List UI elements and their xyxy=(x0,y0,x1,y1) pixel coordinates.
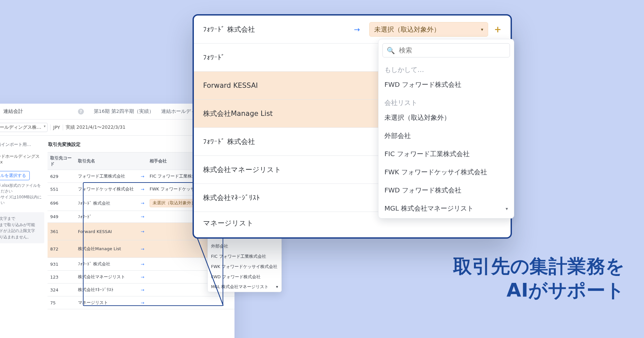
big-dropdown[interactable]: 🔍 もしかして… FWD フォワード株式会社 会社リスト 未選択（取込対象外）外… xyxy=(378,39,514,219)
partner-select[interactable]: 未選択（取込対象外）▾ xyxy=(369,22,488,37)
search-icon: 🔍 xyxy=(387,47,395,54)
arrow-icon: → xyxy=(138,271,147,284)
cell-name: ﾌｫﾜｰﾄﾞ 株式会社 xyxy=(75,258,138,271)
template-select[interactable]: 務インポート用… xyxy=(0,142,43,148)
arrow-icon: → xyxy=(138,223,147,240)
cell-name: Forward KESSAI xyxy=(75,223,138,240)
dd-option[interactable]: FWK フォワードケッサイ株式会社 xyxy=(378,163,514,181)
dd-footer-option[interactable]: MGL 株式会社マネージリスト▾ xyxy=(378,199,514,216)
table-row[interactable]: 931ﾌｫﾜｰﾄﾞ 株式会社→ xyxy=(48,258,234,271)
dd-option[interactable]: FWD フォワード株式会社 xyxy=(378,76,514,94)
cell-name: 株式会社Manage List xyxy=(75,240,138,258)
arrow-icon: → xyxy=(138,258,147,271)
dd-option[interactable]: FWK フォワードケッサイ株式会社 xyxy=(208,262,281,272)
cell-code: 872 xyxy=(48,240,75,258)
arrow-icon: → xyxy=(138,183,147,196)
col-code[interactable]: 取引先コード xyxy=(48,152,75,170)
dd-option[interactable]: 外部会社 xyxy=(208,241,281,252)
cell-code: 123 xyxy=(48,271,75,284)
dd-footer-option[interactable]: MGL 株式会社マネージリスト▾ xyxy=(208,282,281,292)
help-icon[interactable]: ? xyxy=(78,109,84,115)
hint-box: 文字まで まで取り込みが可能 ドが上記の上限文字 り込まれません。 xyxy=(0,212,44,243)
cell-code: 324 xyxy=(48,284,75,296)
cell-name: ﾌｫﾜｰﾄﾞ xyxy=(75,211,138,223)
search-field[interactable] xyxy=(398,46,506,54)
cell-name: フォワード工業株式会社 xyxy=(75,170,138,183)
company-select[interactable]: ールディングス株… xyxy=(0,123,48,132)
dd-section-label: 会社リスト xyxy=(378,94,514,109)
crumb[interactable]: 第16期 第2四半期（実績） xyxy=(94,108,154,115)
col-name[interactable]: 取引先名 xyxy=(75,152,138,170)
cell-code: 696 xyxy=(48,196,75,211)
cell-name: フォワードケッサイ株式会社 xyxy=(75,183,138,196)
file-select-button[interactable]: ルを選択する xyxy=(0,171,30,180)
cell-code: 629 xyxy=(48,170,75,183)
cell-code: 75 xyxy=(48,296,75,309)
dd-option[interactable]: FIC フォワード工業株式会社 xyxy=(378,145,514,163)
cell-code: 551 xyxy=(48,183,75,196)
arrow-icon: → xyxy=(138,196,147,211)
dd-option[interactable]: FIC フォワード工業株式会社 xyxy=(208,252,281,262)
marketing-headline: 取引先の集計業務を AIがサポート xyxy=(453,254,625,302)
col-arrow xyxy=(138,152,147,170)
cell-code: 931 xyxy=(48,258,75,271)
app-title: 連結会計 xyxy=(3,108,23,115)
arrow-icon: → xyxy=(354,25,360,34)
table-row[interactable]: 324株式会社ﾏﾈｰｼﾞﾘｽﾄ→ xyxy=(48,284,234,296)
cell-code: 361 xyxy=(48,223,75,240)
dd-option[interactable]: 外部会社 xyxy=(378,127,514,145)
dd-option[interactable]: 未選択（取込対象外） xyxy=(378,109,514,127)
dd-option[interactable]: FWD フォワード株式会社 xyxy=(378,181,514,199)
cell-name: マネージリスト xyxy=(75,296,138,309)
currency: JPY xyxy=(53,125,60,130)
partner-name: マネージリスト xyxy=(203,219,501,228)
partner-name: ﾌｫﾜｰﾄﾞ 株式会社 xyxy=(203,25,350,34)
dd-section-label: もしかして… xyxy=(378,61,514,76)
cell-name: 株式会社ﾏﾈｰｼﾞﾘｽﾄ xyxy=(75,284,138,296)
add-icon[interactable]: + xyxy=(494,24,501,34)
cell-code: 949 xyxy=(48,211,75,223)
table-row[interactable]: 75マネージリスト→ xyxy=(48,296,234,309)
cell-name: 株式会社マネージリスト xyxy=(75,271,138,284)
cell-name: ﾌｫﾜｰﾄﾞ 株式会社 xyxy=(75,196,138,211)
arrow-icon: → xyxy=(138,296,147,309)
arrow-icon: → xyxy=(138,284,147,296)
table-row[interactable]: 123株式会社マネージリスト→ xyxy=(48,271,234,284)
arrow-icon: → xyxy=(138,211,147,223)
search-input[interactable]: 🔍 xyxy=(382,43,510,57)
arrow-icon: → xyxy=(138,240,147,258)
period: 実績 2021/4/1〜2022/3/31 xyxy=(66,124,125,130)
arrow-icon: → xyxy=(138,170,147,183)
dd-option[interactable]: FWD フォワード株式会社 xyxy=(208,272,281,282)
file-name: ードホールディングス lsx xyxy=(0,153,44,164)
left-panel: 務インポート用… ードホールディングス lsx ルを選択する が.xlsx形式の… xyxy=(0,136,48,249)
table-row[interactable]: 872株式会社Manage List→追加 xyxy=(48,240,234,258)
